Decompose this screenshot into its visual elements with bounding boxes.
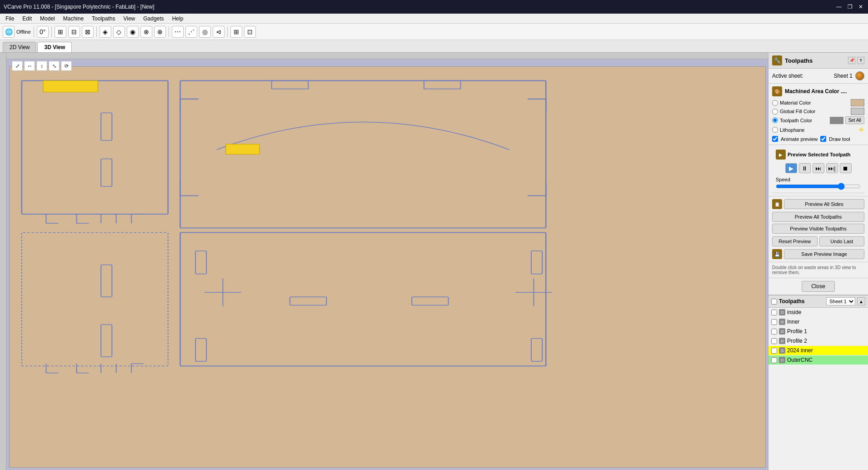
tool-btn-10[interactable]: ⋰ <box>185 26 197 38</box>
tool-btn-9[interactable]: ⋯ <box>172 26 184 38</box>
toolpath-item-2024inner[interactable]: ⊡ 2024 inner <box>768 346 868 355</box>
toolpath-outercnc-name: OuterCNC <box>787 357 865 363</box>
tool-btn-6[interactable]: ◉ <box>127 26 139 38</box>
menu-view[interactable]: View <box>120 15 139 23</box>
play-button[interactable]: ▶ <box>785 163 797 173</box>
svg-rect-14 <box>290 297 326 305</box>
preview-all-sides-icon: 📋 <box>772 199 782 209</box>
toolpath-outercnc-checkbox[interactable] <box>771 357 777 363</box>
toolpaths-list-section: Toolpaths Sheet 1 ▲ ⊡ inside ⊡ Inner ⊡ <box>768 295 868 470</box>
toolpath-profile2-name: Profile 2 <box>787 338 865 344</box>
pause-button[interactable]: ⏸ <box>799 163 811 173</box>
draw-tool-checkbox[interactable] <box>820 136 826 142</box>
tool-btn-12[interactable]: ⊲ <box>213 26 224 38</box>
close-button[interactable]: Close <box>802 281 835 292</box>
panel-help-button[interactable]: ? <box>857 57 864 64</box>
canvas-btn-fit[interactable]: ⤢ <box>12 61 23 71</box>
toolpath-profile2-checkbox[interactable] <box>771 338 777 344</box>
canvas-inner[interactable] <box>9 66 766 468</box>
zoom-control[interactable]: 0° <box>37 26 49 38</box>
canvas-area[interactable]: ⤢ ↔ ↕ ⤡ ⟳ <box>0 53 768 470</box>
global-fill-swatch[interactable] <box>851 108 864 115</box>
menu-machine[interactable]: Machine <box>60 15 87 23</box>
save-preview-image-button[interactable]: Save Preview Image <box>784 249 864 259</box>
material-color-radio[interactable] <box>772 100 778 106</box>
menu-gadgets[interactable]: Gadgets <box>140 15 167 23</box>
undo-last-button[interactable]: Undo Last <box>819 236 865 246</box>
global-fill-radio[interactable] <box>772 109 778 115</box>
online-status[interactable]: 🌐 <box>3 26 15 38</box>
tool-btn-4[interactable]: ◈ <box>100 26 111 38</box>
toolpath-inside-checkbox[interactable] <box>771 310 777 315</box>
toolpath-item-outercnc[interactable]: ⊡ OuterCNC <box>768 355 868 365</box>
preview-all-sides-button[interactable]: Preview All Sides <box>784 199 864 209</box>
toolpath-color-swatch[interactable] <box>830 117 843 124</box>
close-button[interactable]: ✕ <box>857 4 864 10</box>
online-label: Offline <box>16 29 31 35</box>
zoom-label: 0° <box>40 28 45 35</box>
restore-button[interactable]: ❐ <box>846 4 853 10</box>
material-color-swatch[interactable] <box>851 99 864 106</box>
toolpaths-list-title: Toolpaths <box>779 298 804 305</box>
menu-file[interactable]: File <box>2 15 18 23</box>
toolpath-color-label: Toolpath Color <box>780 118 828 123</box>
tool-btn-14[interactable]: ⊡ <box>244 26 256 38</box>
skip-end-button[interactable]: ⏭| <box>826 163 838 173</box>
svg-rect-19 <box>101 325 112 357</box>
canvas-btn-reset[interactable]: ⟳ <box>61 61 72 71</box>
menu-edit[interactable]: Edit <box>19 15 35 23</box>
set-all-button[interactable]: Set All <box>845 116 864 124</box>
tool-btn-13[interactable]: ⊞ <box>230 26 242 38</box>
canvas-btn-zoom-x[interactable]: ↔ <box>24 61 35 71</box>
preview-visible-toolpaths-button[interactable]: Preview Visible Toolpaths <box>772 224 864 234</box>
svg-rect-0 <box>22 80 168 214</box>
tool-btn-8[interactable]: ⊕ <box>154 26 166 38</box>
toolpath-profile1-name: Profile 1 <box>787 328 865 335</box>
menu-model[interactable]: Model <box>36 15 59 23</box>
tool-btn-2[interactable]: ⊟ <box>68 26 80 38</box>
lithophane-row: Lithophane ☀ <box>772 125 864 134</box>
tab-3d-view[interactable]: 3D View <box>37 42 72 52</box>
sheet-name-value: Sheet 1 <box>834 73 853 79</box>
canvas-btn-zoom-y[interactable]: ↕ <box>36 61 47 71</box>
toolpath-item-inside[interactable]: ⊡ inside <box>768 308 868 317</box>
menu-toolpaths[interactable]: Toolpaths <box>88 15 119 23</box>
reset-preview-button[interactable]: Reset Preview <box>772 236 818 246</box>
active-sheet-row: Active sheet: Sheet 1 <box>768 69 868 84</box>
toolpath-2024inner-checkbox[interactable] <box>771 348 777 354</box>
preview-all-toolpaths-button[interactable]: Preview All Toolpaths <box>772 212 864 222</box>
animate-row: Animate preview Draw tool <box>772 136 864 142</box>
tab-2d-view[interactable]: 2D View <box>3 42 36 52</box>
stop-button[interactable]: ⏹ <box>840 163 852 173</box>
toolpaths-up-button[interactable]: ▲ <box>857 297 865 305</box>
toolpaths-list-select-all[interactable] <box>771 299 777 305</box>
tool-btn-11[interactable]: ◎ <box>199 26 211 38</box>
tool-btn-1[interactable]: ⊞ <box>55 26 66 38</box>
speed-slider[interactable] <box>776 183 861 190</box>
skip-forward-button[interactable]: ⏭ <box>813 163 824 173</box>
toolpath-item-inner[interactable]: ⊡ Inner <box>768 317 868 327</box>
toolbar-separator-2 <box>51 26 52 37</box>
toolpaths-sheet-select[interactable]: Sheet 1 <box>826 297 855 305</box>
toolpath-inside-icon: ⊡ <box>779 309 785 315</box>
panel-pin-button[interactable]: 📌 <box>848 57 855 64</box>
active-sheet-label: Active sheet: <box>772 73 831 79</box>
toolpath-color-radio[interactable] <box>772 117 778 123</box>
sheet-color-picker[interactable] <box>855 71 864 80</box>
speed-label: Speed <box>776 177 861 182</box>
menu-help[interactable]: Help <box>169 15 187 23</box>
tool-btn-5[interactable]: ◇ <box>113 26 125 38</box>
toolpath-item-profile1[interactable]: ⊡ Profile 1 <box>768 327 868 336</box>
title-text: VCarve Pro 11.008 - [Singapore Polytechn… <box>4 4 155 10</box>
animate-preview-label: Animate preview <box>781 136 818 142</box>
lithophane-radio[interactable] <box>772 127 778 133</box>
svg-rect-21 <box>226 144 259 154</box>
toolpath-item-profile2[interactable]: ⊡ Profile 2 <box>768 336 868 346</box>
tool-btn-7[interactable]: ⊗ <box>140 26 152 38</box>
toolpath-inner-checkbox[interactable] <box>771 319 777 325</box>
animate-preview-checkbox[interactable] <box>772 136 778 142</box>
minimize-button[interactable]: — <box>835 4 843 10</box>
tool-btn-3[interactable]: ⊠ <box>82 26 94 38</box>
canvas-btn-zoom-z[interactable]: ⤡ <box>49 61 60 71</box>
toolpath-profile1-checkbox[interactable] <box>771 329 777 335</box>
